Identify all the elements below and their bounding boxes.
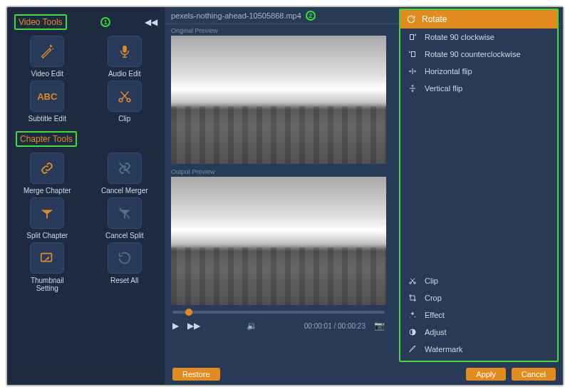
vflip-label: Vertical flip — [425, 84, 462, 93]
svg-rect-3 — [46, 214, 48, 218]
vflip-icon — [408, 84, 418, 93]
rotate-cw-icon — [408, 33, 418, 41]
panel-header-label: Rotate — [422, 14, 447, 24]
svg-rect-7 — [412, 52, 415, 57]
thumbnail-setting-label: Thumbnail Setting — [31, 277, 64, 292]
hflip-icon — [408, 67, 418, 76]
svg-rect-6 — [410, 35, 414, 40]
video-tools-title: Video Tools — [14, 14, 67, 30]
rotate-90-ccw[interactable]: Rotate 90 counterclockwise — [400, 46, 557, 63]
panel-watermark[interactable]: Watermark — [400, 341, 557, 358]
apply-button[interactable]: Apply — [466, 368, 506, 381]
volume-icon[interactable]: 🔉 — [247, 321, 257, 331]
sparkle-icon — [408, 311, 418, 319]
cancel-merger-tool[interactable]: Cancel Merger — [95, 153, 155, 195]
panel-tools: Clip Crop Effect Adjust Watermark — [400, 272, 557, 361]
svg-point-2 — [127, 98, 130, 102]
video-edit-label: Video Edit — [31, 70, 63, 78]
seek-bar[interactable] — [165, 306, 392, 316]
svg-rect-5 — [41, 254, 52, 262]
horizontal-flip[interactable]: Horizontal flip — [400, 63, 557, 80]
panel-adjust[interactable]: Adjust — [400, 324, 557, 341]
panel-adjust-label: Adjust — [425, 328, 447, 336]
cancel-split-tool[interactable]: Cancel Split — [95, 197, 155, 239]
audio-edit-tool[interactable]: Audio Edit — [95, 36, 155, 78]
scissors-icon — [117, 88, 133, 104]
scissors-small-icon — [408, 277, 418, 285]
seek-thumb[interactable] — [185, 309, 192, 316]
previews-column: Original Preview Output Preview ▶ ▶▶ 🔉 0 — [165, 24, 392, 385]
video-edit-tool[interactable]: Video Edit — [17, 36, 78, 78]
video-tools-grid: Video Edit Audio Edit ABC Subtitle Edit … — [11, 36, 160, 128]
svg-point-10 — [415, 316, 416, 318]
audio-edit-label: Audio Edit — [108, 70, 141, 78]
chapter-tools-title: Chapter Tools — [16, 131, 77, 147]
svg-point-1 — [119, 98, 123, 102]
collapse-icon[interactable]: ◀◀ — [145, 17, 157, 27]
cancel-split-label: Cancel Split — [105, 232, 143, 239]
link-icon — [39, 160, 55, 176]
annotation-badge-1: 1 — [100, 17, 110, 27]
panel-effect[interactable]: Effect — [400, 306, 557, 324]
filename-text: pexels-nothing-ahead-10505868.mp4 — [171, 11, 301, 20]
reset-all-tool[interactable]: Reset All — [95, 242, 155, 292]
camera-icon[interactable]: 📷 — [374, 321, 385, 331]
rotate-ccw-icon — [408, 50, 418, 58]
annotation-badge-2: 2 — [306, 11, 316, 21]
video-tools-header: Video Tools 1 ◀◀ — [11, 13, 160, 31]
fast-forward-icon[interactable]: ▶▶ — [187, 321, 200, 331]
thumbnail-setting-tool[interactable]: Thumbnail Setting — [17, 242, 78, 292]
panel-clip[interactable]: Clip — [400, 272, 557, 289]
playback-controls: ▶ ▶▶ 🔉 00:00:01 / 00:00:23 📷 — [165, 316, 392, 335]
crop-icon — [408, 294, 418, 302]
time-total: 00:00:23 — [338, 322, 366, 330]
abc-icon: ABC — [37, 91, 57, 102]
main-area: pexels-nothing-ahead-10505868.mp4 2 ✕ Or… — [165, 7, 563, 385]
play-icon[interactable]: ▶ — [172, 321, 179, 331]
app-frame: Video Tools 1 ◀◀ Video Edit Audio Edit A… — [6, 6, 564, 386]
rotate-ccw-label: Rotate 90 counterclockwise — [425, 50, 521, 58]
clip-tool[interactable]: Clip — [95, 81, 155, 123]
bottom-bar: Restore Apply Cancel — [165, 363, 563, 385]
restore-button[interactable]: Restore — [172, 368, 220, 381]
output-preview-image — [171, 177, 386, 305]
thumbnail-icon — [39, 250, 55, 266]
svg-rect-0 — [123, 46, 127, 53]
brush-icon — [408, 345, 418, 354]
vertical-flip[interactable]: Vertical flip — [400, 80, 557, 97]
original-preview-image — [171, 36, 386, 164]
rotate-options: Rotate 90 clockwise Rotate 90 counterclo… — [400, 29, 557, 272]
time-current: 00:00:01 — [304, 322, 332, 330]
subtitle-edit-tool[interactable]: ABC Subtitle Edit — [17, 81, 78, 123]
microphone-icon — [117, 43, 133, 59]
output-preview-label: Output Preview — [171, 168, 386, 175]
panel-crop-label: Crop — [425, 294, 442, 302]
split-chapter-tool[interactable]: Split Chapter — [17, 197, 78, 239]
svg-rect-4 — [124, 214, 125, 218]
panel-watermark-label: Watermark — [425, 345, 462, 354]
panel-clip-label: Clip — [425, 277, 438, 285]
merge-chapter-tool[interactable]: Merge Chapter — [17, 153, 78, 195]
panel-header-rotate[interactable]: Rotate — [400, 10, 557, 29]
reset-icon — [117, 250, 133, 266]
cancel-split-icon — [117, 205, 133, 221]
panel-crop[interactable]: Crop — [400, 289, 557, 306]
subtitle-edit-label: Subtitle Edit — [28, 115, 66, 123]
original-preview-label: Original Preview — [171, 27, 386, 34]
unlink-icon — [117, 160, 133, 176]
rotate-icon — [406, 14, 416, 24]
svg-point-9 — [414, 282, 416, 284]
cancel-button[interactable]: Cancel — [512, 368, 556, 381]
cancel-merger-label: Cancel Merger — [101, 187, 148, 195]
hflip-label: Horizontal flip — [425, 67, 472, 76]
panel-effect-label: Effect — [425, 311, 445, 319]
chapter-tools-grid: Merge Chapter Cancel Merger Split Chapte… — [11, 153, 160, 298]
split-icon — [39, 205, 55, 221]
svg-point-11 — [410, 317, 410, 318]
edit-panel: Rotate Rotate 90 clockwise Rotate 90 cou… — [399, 9, 559, 362]
rotate-90-cw[interactable]: Rotate 90 clockwise — [400, 29, 557, 46]
merge-chapter-label: Merge Chapter — [24, 187, 71, 195]
adjust-icon — [408, 328, 418, 336]
sidebar: Video Tools 1 ◀◀ Video Edit Audio Edit A… — [7, 7, 165, 385]
reset-all-label: Reset All — [110, 277, 138, 284]
